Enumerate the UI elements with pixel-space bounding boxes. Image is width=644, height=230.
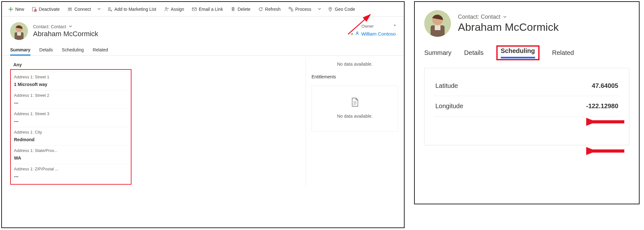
tab-details[interactable]: Details [464,49,484,60]
tab-summary[interactable]: Summary [424,49,452,60]
owner-required: * [394,23,396,29]
map-pin-icon [328,7,333,12]
svg-rect-19 [435,25,440,30]
column-left: Any Address 1: Street 1 1 Microsoft way … [2,58,135,187]
field-label: Address 1: Street 3 [14,110,128,117]
process-chevron[interactable] [315,7,324,12]
add-marketing-button[interactable]: Add to Marketing List [104,2,160,16]
no-data-card: No data available. [336,112,374,120]
breadcrumb-label: Contact: Contact [33,24,66,29]
svg-rect-14 [17,32,21,36]
command-bar: New Deactivate Connect Add to Marketin [2,2,404,16]
tab-related[interactable]: Related [552,49,574,60]
field-street1[interactable]: Address 1: Street 1 1 Microsoft way [11,72,131,90]
owner-value-link[interactable]: ● William Contoso [351,31,396,36]
deactivate-button[interactable]: Deactivate [28,2,64,16]
tab-related[interactable]: Related [93,47,108,56]
connect-icon [67,7,72,12]
longitude-row[interactable]: Longitude -122.12980 [434,96,620,116]
process-button[interactable]: Process [285,7,315,12]
record-breadcrumb[interactable]: Contact: Contact [458,14,559,20]
latitude-label: Latitude [435,82,458,89]
field-value: WA [14,154,128,161]
assign-label: Assign [171,7,184,12]
field-value: --- [14,99,128,105]
connect-button[interactable]: Connect [64,7,95,12]
svg-point-5 [165,7,167,9]
svg-rect-8 [291,10,293,11]
address-group: Address 1: Street 1 1 Microsoft way Addr… [10,69,131,185]
field-zip[interactable]: Address 1: ZIP/Postal ... --- [11,164,131,182]
assign-button[interactable]: Assign [160,2,188,16]
email-link-button[interactable]: Email a Link [188,2,227,16]
owner-label: Owner [361,24,373,29]
no-data-top: No data available. [312,60,398,68]
latitude-row[interactable]: Latitude 47.64005 [434,76,620,96]
deactivate-label: Deactivate [39,7,60,12]
chevron-down-icon [318,7,321,12]
svg-point-9 [330,8,331,9]
chevron-down-icon [97,7,101,12]
status-dot-icon: ● [351,32,353,36]
field-label: Address 1: Street 1 [14,73,128,81]
document-icon [351,97,359,108]
tab-details[interactable]: Details [39,47,53,56]
annotation-arrow-lon [586,145,627,157]
tab-scheduling[interactable]: Scheduling [501,47,535,58]
field-value: --- [14,117,128,124]
process-label: Process [295,7,312,12]
tab-scheduling[interactable]: Scheduling [62,47,84,56]
delete-button[interactable]: Delete [227,2,254,16]
email-icon [192,7,197,12]
new-label: New [15,7,24,12]
breadcrumb-label: Contact: Contact [458,14,500,20]
refresh-label: Refresh [265,7,281,12]
svg-point-15 [356,32,358,33]
new-button[interactable]: New [4,2,28,16]
trash-icon [231,7,236,12]
geocode-button[interactable]: Geo Code [324,2,359,16]
field-value: --- [14,173,128,179]
left-panel: New Deactivate Connect Add to Marketin [1,1,405,228]
field-value: Redmond [14,136,128,142]
field-label: Address 1: ZIP/Postal ... [14,165,128,173]
tabs-left: Summary Details Scheduling Related [2,43,404,56]
chevron-down-icon [69,24,72,29]
field-state[interactable]: Address 1: State/Prov... WA [11,145,131,164]
owner-name: William Contoso [361,31,396,36]
avatar [424,10,451,37]
field-any[interactable]: Any [10,60,131,69]
record-header: Contact: Contact Abraham McCormick Owner… [2,16,404,43]
svg-point-3 [68,8,70,9]
right-panel: Contact: Contact Abraham McCormick Summa… [414,1,640,204]
column-middle [135,58,305,187]
refresh-button[interactable]: Refresh [254,2,285,16]
tab-scheduling-highlight: Scheduling [496,45,540,60]
entitlements-card: No data available. [312,86,398,132]
add-marketing-label: Add to Marketing List [114,7,156,12]
record-name: Abraham McCormick [33,30,98,38]
person-icon [355,31,359,36]
svg-rect-7 [289,7,291,9]
avatar [10,22,28,40]
field-label: Address 1: City [14,128,128,136]
refresh-icon [258,7,263,12]
svg-point-4 [70,8,72,9]
connect-chevron[interactable] [95,7,104,12]
svg-rect-0 [32,7,35,11]
column-right: No data available. Entitlements No data … [305,58,404,187]
deactivate-icon [32,7,37,12]
plus-icon [8,7,13,12]
tab-summary[interactable]: Summary [10,47,30,56]
longitude-label: Longitude [435,102,463,110]
tabs-right: Summary Details Scheduling Related [415,43,639,60]
email-link-label: Email a Link [199,7,223,12]
record-breadcrumb[interactable]: Contact: Contact [33,24,98,29]
field-street3[interactable]: Address 1: Street 3 --- [11,108,131,127]
field-city[interactable]: Address 1: City Redmond [11,127,131,145]
add-list-icon [107,7,112,12]
delete-label: Delete [238,7,250,12]
owner-block: Owner * ● William Contoso [351,22,396,40]
geocode-label: Geo Code [335,7,355,12]
field-street2[interactable]: Address 1: Street 2 --- [11,90,131,108]
